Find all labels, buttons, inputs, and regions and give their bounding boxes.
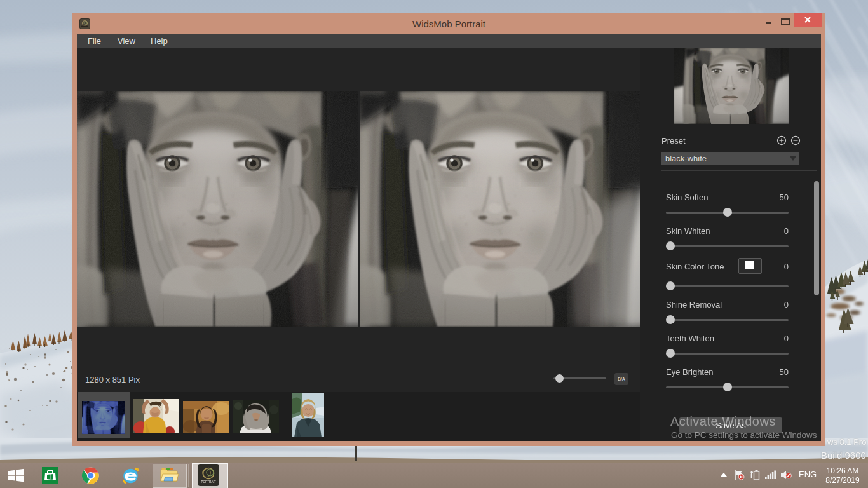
svg-text:PORTRAIT: PORTRAIT [201, 480, 215, 484]
